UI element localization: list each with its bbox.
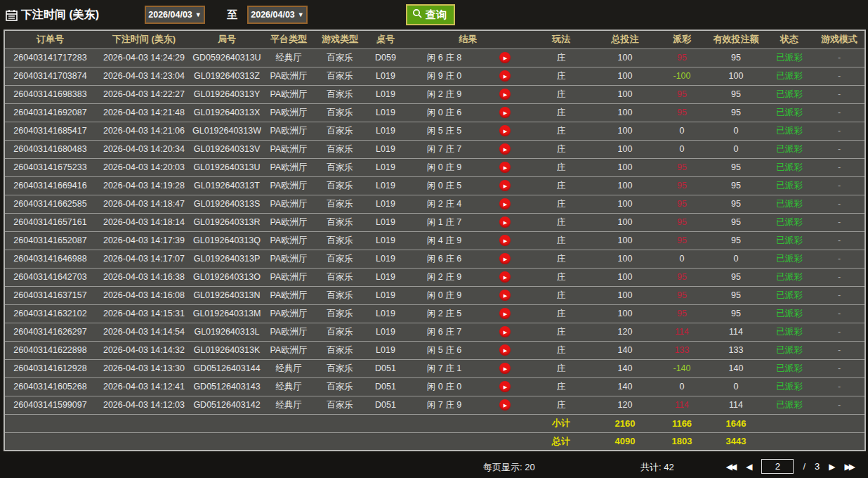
- cell-total: 100: [593, 304, 657, 323]
- cell-payout: 0: [657, 250, 707, 268]
- cell-round: GL0192640313M: [192, 304, 261, 323]
- table-row: 2604031416321022026-04-03 14:15:31GL0192…: [4, 304, 865, 323]
- cell-play: ▶: [481, 176, 529, 195]
- current-page-input[interactable]: [761, 459, 794, 474]
- play-video-icon[interactable]: ▶: [499, 235, 511, 246]
- cell-round: GL0192640313U: [192, 158, 261, 176]
- cell-total: 100: [593, 250, 657, 268]
- cell-status: 已派彩: [765, 195, 814, 213]
- cell-valid: 140: [707, 359, 765, 377]
- cell-game: 百家乐: [316, 176, 364, 195]
- cell-order: 260403141657161: [4, 213, 96, 231]
- cell-total: 140: [593, 359, 657, 377]
- cell-round: GL0192640313R: [192, 213, 261, 231]
- date-from-picker[interactable]: 2026/04/03 ▼: [145, 6, 205, 24]
- play-video-icon[interactable]: ▶: [499, 107, 511, 118]
- play-video-icon[interactable]: ▶: [499, 253, 511, 264]
- cell-round: GL0192640313V: [192, 140, 261, 158]
- cell-round: GL0192640313K: [192, 341, 261, 359]
- play-video-icon[interactable]: ▶: [499, 399, 511, 411]
- cell-table: L019: [364, 158, 407, 176]
- cell-order: 260403141646988: [4, 250, 96, 268]
- cell-order: 260403141612928: [4, 359, 96, 377]
- cell-bet_type: 庄: [529, 377, 593, 396]
- cell-bet_type: 庄: [529, 158, 593, 176]
- cell-time: 2026-04-03 14:14:32: [96, 341, 192, 359]
- cell-bet_type: 庄: [529, 341, 593, 359]
- cell-platform: PA欧洲厅: [261, 122, 316, 140]
- cell-status: 已派彩: [765, 140, 814, 158]
- cell-time: 2026-04-03 14:24:29: [96, 49, 192, 67]
- cell-mode: -: [814, 377, 865, 396]
- cell-total: 100: [593, 286, 657, 304]
- cell-payout: 114: [657, 396, 707, 414]
- prev-page-icon[interactable]: ◀: [746, 462, 752, 472]
- cell-valid: 95: [707, 286, 765, 304]
- table-row: 2604031415990972026-04-03 14:12:03GD0512…: [4, 396, 865, 414]
- cell-bet_type: 庄: [529, 359, 593, 377]
- cell-status: 已派彩: [765, 268, 814, 286]
- table-row: 2604031416469882026-04-03 14:17:07GL0192…: [4, 250, 865, 268]
- play-video-icon[interactable]: ▶: [499, 290, 511, 301]
- play-video-icon[interactable]: ▶: [499, 70, 511, 82]
- cell-status: 已派彩: [765, 250, 814, 268]
- date-to-picker[interactable]: 2026/04/03 ▼: [247, 6, 308, 24]
- search-icon: [412, 8, 423, 21]
- first-page-icon[interactable]: ◀◀: [726, 462, 737, 472]
- cell-order: 260403141692087: [4, 103, 96, 122]
- cell-table: L019: [364, 268, 407, 286]
- play-video-icon[interactable]: ▶: [499, 363, 511, 374]
- cell-result: 闲 2 庄 4: [407, 195, 481, 213]
- cell-valid: 133: [707, 341, 765, 359]
- date-range-to-label: 至: [227, 8, 237, 22]
- cell-table: D059: [364, 49, 407, 67]
- cell-round: GL0192640313S: [192, 195, 261, 213]
- cell-game: 百家乐: [316, 49, 364, 67]
- cell-order: 260403141632102: [4, 304, 96, 323]
- play-video-icon[interactable]: ▶: [499, 381, 511, 392]
- cell-payout: 95: [657, 268, 707, 286]
- cell-bet_type: 庄: [529, 49, 593, 67]
- cell-play: ▶: [481, 103, 529, 122]
- query-button[interactable]: 查询: [406, 4, 455, 25]
- cell-round: GD0592640313U: [192, 49, 261, 67]
- cell-bet_type: 庄: [529, 213, 593, 231]
- cell-platform: PA欧洲厅: [261, 231, 316, 250]
- calendar-icon: [6, 9, 18, 21]
- play-video-icon[interactable]: ▶: [499, 344, 511, 356]
- last-page-icon[interactable]: ▶▶: [845, 462, 855, 472]
- cell-order: 260403141605268: [4, 377, 96, 396]
- play-video-icon[interactable]: ▶: [499, 125, 511, 136]
- cell-order: 260403141717283: [4, 49, 96, 67]
- cell-play: ▶: [481, 158, 529, 176]
- cell-round: GL0192640313N: [192, 286, 261, 304]
- page-separator: /: [803, 461, 805, 472]
- play-video-icon[interactable]: ▶: [499, 52, 511, 63]
- play-video-icon[interactable]: ▶: [499, 89, 511, 100]
- cell-bet_type: 庄: [529, 286, 593, 304]
- cell-result: 闲 0 庄 9: [407, 286, 481, 304]
- play-video-icon[interactable]: ▶: [499, 326, 511, 337]
- cell-status: 已派彩: [765, 158, 814, 176]
- cell-bet_type: 庄: [529, 122, 593, 140]
- play-video-icon[interactable]: ▶: [499, 180, 511, 191]
- cell-game: 百家乐: [316, 268, 364, 286]
- cell-table: L019: [364, 323, 407, 341]
- cell-payout: 95: [657, 231, 707, 250]
- next-page-icon[interactable]: ▶: [829, 462, 835, 472]
- cell-bet_type: 庄: [529, 140, 593, 158]
- play-video-icon[interactable]: ▶: [499, 217, 511, 228]
- play-video-icon[interactable]: ▶: [499, 198, 511, 209]
- play-video-icon[interactable]: ▶: [499, 162, 511, 173]
- play-video-icon[interactable]: ▶: [499, 143, 511, 155]
- page-size-label: 每页显示: 20: [483, 461, 535, 474]
- cell-result: 闲 0 庄 0: [407, 377, 481, 396]
- table-row: 2604031416052682026-04-03 14:12:41GD0512…: [4, 377, 865, 396]
- play-video-icon[interactable]: ▶: [499, 271, 511, 283]
- table-row: 2604031416371572026-04-03 14:16:08GL0192…: [4, 286, 865, 304]
- cell-mode: -: [814, 304, 865, 323]
- play-video-icon[interactable]: ▶: [499, 308, 511, 319]
- cell-mode: -: [814, 359, 865, 377]
- cell-platform: PA欧洲厅: [261, 140, 316, 158]
- cell-platform: PA欧洲厅: [261, 176, 316, 195]
